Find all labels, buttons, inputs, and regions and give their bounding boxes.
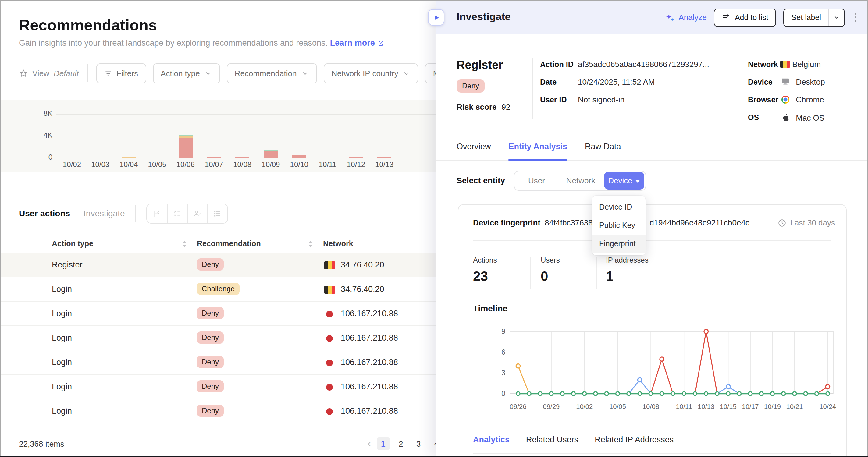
belgium-flag-icon: [324, 261, 335, 269]
svg-text:10/05: 10/05: [609, 403, 626, 411]
x-axis-tick: 10/11: [314, 160, 342, 169]
page-button-3[interactable]: 3: [412, 437, 425, 450]
table-header: Action type Recommendation Network: [1, 237, 436, 253]
time-range[interactable]: Last 30 days: [778, 218, 835, 227]
cell-network-ip: 106.167.210.88: [341, 309, 398, 318]
tab-user-actions[interactable]: User actions: [19, 208, 70, 218]
filter-recommendation[interactable]: Recommendation: [227, 63, 317, 83]
filters-row: View Default Filters Action type Recomme…: [19, 63, 436, 84]
recommendation-badge: Deny: [197, 331, 224, 344]
y-axis-tick: 4K: [25, 131, 53, 139]
entity-segmented-control: User Network Device: [514, 171, 646, 191]
header-actions: Analyze Add to list Set label: [665, 8, 859, 27]
page-button-2[interactable]: 2: [394, 437, 407, 450]
risk-score: Risk score92: [457, 102, 510, 111]
recommendations-bar-chart: 04K8K10/0210/0310/0410/0510/0610/0710/08…: [1, 100, 436, 172]
gridline: [56, 158, 436, 158]
flag-icon: [152, 209, 161, 218]
desktop-monitor-icon: [780, 77, 790, 86]
entity-option-network[interactable]: Network: [559, 176, 603, 185]
gridline: [56, 114, 436, 115]
verify-user-action-button[interactable]: [187, 204, 207, 223]
menu-item-device-id[interactable]: Device ID: [592, 198, 646, 216]
list-action-button[interactable]: [207, 204, 227, 223]
chevron-down-icon: [403, 69, 410, 77]
tab-entity-analysis[interactable]: Entity Analysis: [509, 140, 567, 160]
set-label-split-button: Set label: [783, 8, 845, 27]
table-row[interactable]: LoginDeny106.167.210.88: [1, 326, 436, 350]
device-value: Desktop: [780, 77, 825, 87]
table-row[interactable]: LoginDeny106.167.210.88: [1, 350, 436, 375]
view-selector[interactable]: View Default: [19, 69, 79, 78]
table-row[interactable]: LoginChallenge34.76.40.20: [1, 277, 436, 302]
sort-icon[interactable]: [308, 240, 313, 248]
recommendation-badge: Deny: [197, 307, 224, 319]
tab-related-users[interactable]: Related Users: [526, 435, 578, 453]
more-filters-button[interactable]: More filters: [425, 63, 436, 83]
app-window: Recommendations Gain insights into your …: [0, 0, 868, 457]
page-button-1[interactable]: 1: [376, 437, 390, 450]
fingerprint-value-suffix: d1944bd96e48e9211cb0e4c...: [649, 218, 756, 227]
cell-network-ip: 106.167.210.88: [341, 333, 398, 342]
x-axis-tick: 10/04: [115, 160, 143, 169]
previous-page-button[interactable]: ‹: [366, 437, 372, 450]
menu-item-fingerprint[interactable]: Fingerprint: [592, 235, 646, 253]
menu-item-public-key[interactable]: Public Key: [592, 216, 646, 235]
recommendation-badge: Deny: [197, 356, 224, 368]
sort-icon[interactable]: [182, 240, 187, 248]
table-row[interactable]: LoginDeny106.167.210.88: [1, 302, 436, 326]
fingerprint-label: Device fingerprint: [473, 218, 540, 227]
page-button-4[interactable]: 4: [429, 437, 436, 450]
x-axis-tick: 10/08: [228, 160, 256, 169]
bar-segment-deny: [377, 157, 391, 158]
action-id-value: af35adc065a0ac419806671293297...: [578, 60, 709, 69]
tab-related-ip-addresses[interactable]: Related IP Addresses: [595, 435, 674, 453]
more-options-button[interactable]: [852, 10, 859, 24]
cell-network-ip: 106.167.210.88: [341, 406, 398, 416]
view-label: View: [32, 69, 50, 78]
tab-raw-data[interactable]: Raw Data: [585, 140, 621, 160]
stat-ip-addresses: IP addresses 1: [606, 256, 649, 285]
browser-value: Chrome: [780, 95, 824, 104]
cell-action-type: Login: [52, 406, 72, 416]
filter-network-ip-country[interactable]: Network IP country: [324, 63, 418, 83]
filters-button[interactable]: Filters: [96, 63, 146, 83]
set-label-dropdown-button[interactable]: [828, 9, 844, 26]
field-label: Browser: [748, 96, 778, 104]
add-to-list-icon: [722, 13, 731, 22]
cell-network-ip: 106.167.210.88: [341, 358, 398, 367]
svg-text:10/08: 10/08: [643, 403, 659, 411]
add-to-list-button[interactable]: Add to list: [714, 8, 776, 27]
os-value: Mac OS: [780, 113, 825, 123]
flag-action-button[interactable]: [147, 204, 167, 223]
checklist-action-button[interactable]: [167, 204, 187, 223]
sparkles-icon: [665, 12, 675, 22]
learn-more-link[interactable]: Learn more: [330, 38, 384, 47]
device-fingerprint-row: Device fingerprint 84f4fbc376385 d1944bd…: [473, 218, 835, 227]
entity-option-device[interactable]: Device: [604, 172, 644, 190]
divider: [596, 257, 597, 289]
table-row[interactable]: RegisterDeny34.76.40.20: [1, 253, 436, 277]
tab-investigate[interactable]: Investigate: [84, 208, 125, 218]
cell-network-ip: 106.167.210.88: [341, 382, 398, 391]
bar-segment-challenge: [207, 157, 221, 157]
svg-text:6: 6: [501, 348, 505, 356]
tab-overview[interactable]: Overview: [457, 140, 491, 160]
svg-text:10/13: 10/13: [698, 403, 714, 411]
table-row[interactable]: LoginDeny106.167.210.88: [1, 375, 436, 399]
table-row[interactable]: LoginDeny106.167.210.88: [1, 399, 436, 423]
tab-analytics[interactable]: Analytics: [473, 435, 509, 453]
filter-action-type[interactable]: Action type: [153, 63, 220, 83]
y-axis-tick: 0: [25, 153, 53, 161]
x-axis-tick: 10/06: [172, 160, 199, 169]
svg-text:10/21: 10/21: [786, 403, 803, 411]
belgium-flag-icon: [324, 286, 335, 293]
pagination: ‹1234: [366, 437, 436, 450]
cell-action-type: Login: [52, 309, 72, 318]
collapse-panel-button[interactable]: [428, 9, 444, 26]
set-label-button[interactable]: Set label: [784, 9, 828, 26]
cell-action-type: Register: [52, 260, 83, 269]
svg-text:10/15: 10/15: [720, 403, 737, 411]
entity-option-user[interactable]: User: [515, 176, 559, 185]
analyze-button[interactable]: Analyze: [665, 12, 707, 22]
